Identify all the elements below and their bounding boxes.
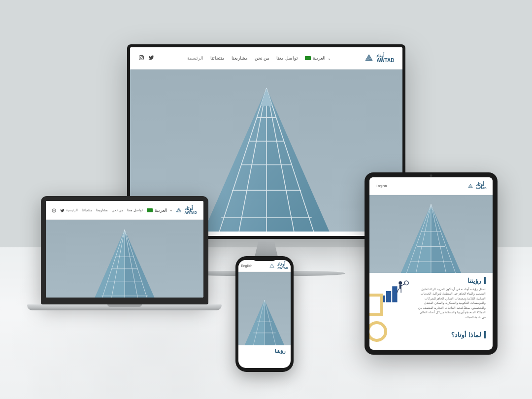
svg-point-56 <box>369 323 386 340</box>
nav-products[interactable]: منتجاتنا <box>82 208 92 212</box>
brand-logo[interactable]: أوتادAWTAD <box>175 206 197 214</box>
vision-text: تتمثل رؤية « أوتاد » في أن تكون المزود ا… <box>416 287 486 320</box>
hero-section <box>46 220 203 298</box>
brand-logo[interactable]: أوتادAWTAD <box>364 53 394 64</box>
logo-icon <box>467 183 474 190</box>
vision-title: رؤيتنا <box>416 277 486 284</box>
svg-rect-51 <box>399 284 401 288</box>
hero-building-icon <box>240 278 290 345</box>
lang-label: العربية <box>313 56 326 61</box>
social-links <box>52 206 65 215</box>
hero-section <box>238 272 291 345</box>
tablet-camera <box>430 174 432 177</box>
logo-text: أوتادAWTAD <box>185 206 197 214</box>
svg-point-17 <box>53 210 55 211</box>
flag-icon <box>147 208 153 212</box>
svg-marker-30 <box>245 300 265 345</box>
hero-building-icon <box>66 227 184 298</box>
svg-point-50 <box>399 281 402 284</box>
nav-projects[interactable]: مشاريعنا <box>96 208 108 212</box>
accent-square-icon <box>369 293 384 317</box>
language-toggle[interactable]: English <box>241 264 252 267</box>
twitter-icon[interactable] <box>148 54 154 63</box>
nav-contact[interactable]: تواصل معنا <box>127 208 143 212</box>
hero-section <box>369 195 493 273</box>
svg-rect-49 <box>392 286 397 302</box>
main-nav: ⌄ العربية تواصل معنا من نحن مشاريعنا منت… <box>187 56 331 61</box>
site-header: ⌄ العربية تواصل معنا من نحن مشاريعنا منت… <box>46 201 203 220</box>
why-title: لماذا أوتاد؟ <box>376 331 486 338</box>
instagram-icon[interactable] <box>52 206 56 215</box>
svg-point-2 <box>142 56 143 57</box>
tablet: English أوتادAWTAD <box>365 172 498 355</box>
nav-about[interactable]: من نحن <box>255 56 270 61</box>
language-toggle[interactable]: English <box>376 184 387 188</box>
vision-title: رؤيتنا <box>238 345 291 357</box>
social-links <box>138 54 154 63</box>
site-header: ⌄ العربية تواصل معنا من نحن مشاريعنا منت… <box>130 47 402 69</box>
hero-building-icon <box>379 201 484 273</box>
svg-point-53 <box>404 281 408 285</box>
twitter-icon[interactable] <box>60 206 65 215</box>
laptop-bezel: ⌄ العربية تواصل معنا من نحن مشاريعنا منت… <box>41 196 208 304</box>
svg-point-1 <box>140 57 142 59</box>
nav-contact[interactable]: تواصل معنا <box>276 56 298 61</box>
vision-section: رؤيتنا تتمثل رؤية « أوتاد » في أن تكون ا… <box>369 273 493 324</box>
language-selector[interactable]: ⌄ العربية <box>147 208 173 213</box>
laptop-viewport: ⌄ العربية تواصل معنا من نحن مشاريعنا منت… <box>46 201 203 298</box>
phone-notch <box>253 256 276 261</box>
site-header: English أوتادAWTAD <box>369 177 493 195</box>
phone-viewport: English أوتادAWTAD <box>238 260 291 368</box>
logo-text: أوتادAWTAD <box>277 262 288 269</box>
main-nav: ⌄ العربية تواصل معنا من نحن مشاريعنا منت… <box>66 208 173 213</box>
svg-marker-15 <box>261 88 272 106</box>
nav-products[interactable]: منتجاتنا <box>210 56 225 61</box>
logo-text: أوتادAWTAD <box>476 182 487 190</box>
logo-text: أوتادAWTAD <box>376 54 394 63</box>
nav-home[interactable]: الرئيسية <box>187 56 203 61</box>
phone: English أوتادAWTAD <box>235 256 294 372</box>
nav-home[interactable]: الرئيسية <box>66 208 78 212</box>
brand-logo[interactable]: أوتادAWTAD <box>467 182 487 190</box>
chevron-down-icon: ⌄ <box>169 208 173 212</box>
svg-marker-19 <box>92 230 124 298</box>
brand-logo[interactable]: أوتادAWTAD <box>268 262 288 269</box>
svg-rect-16 <box>52 209 56 212</box>
language-selector[interactable]: ⌄ العربية <box>305 56 331 61</box>
lang-label: العربية <box>155 208 167 213</box>
svg-rect-46 <box>369 295 382 315</box>
instagram-icon[interactable] <box>138 54 144 63</box>
site-header: English أوتادAWTAD <box>238 260 291 272</box>
laptop-base <box>27 304 222 310</box>
svg-marker-37 <box>401 204 431 272</box>
nav-about[interactable]: من نحن <box>112 208 123 212</box>
logo-icon <box>364 53 374 64</box>
laptop: ⌄ العربية تواصل معنا من نحن مشاريعنا منت… <box>27 196 222 332</box>
device-mockup-scene: ⌄ العربية تواصل معنا من نحن مشاريعنا منت… <box>0 0 532 399</box>
svg-rect-48 <box>386 291 391 302</box>
accent-circle-icon <box>369 319 389 344</box>
logo-icon <box>175 206 183 214</box>
why-section: لماذا أوتاد؟ <box>369 324 493 345</box>
chevron-down-icon: ⌄ <box>328 56 331 61</box>
flag-icon <box>305 56 311 60</box>
nav-projects[interactable]: مشاريعنا <box>232 56 248 61</box>
logo-icon <box>268 263 275 269</box>
tablet-viewport: English أوتادAWTAD <box>369 177 493 350</box>
